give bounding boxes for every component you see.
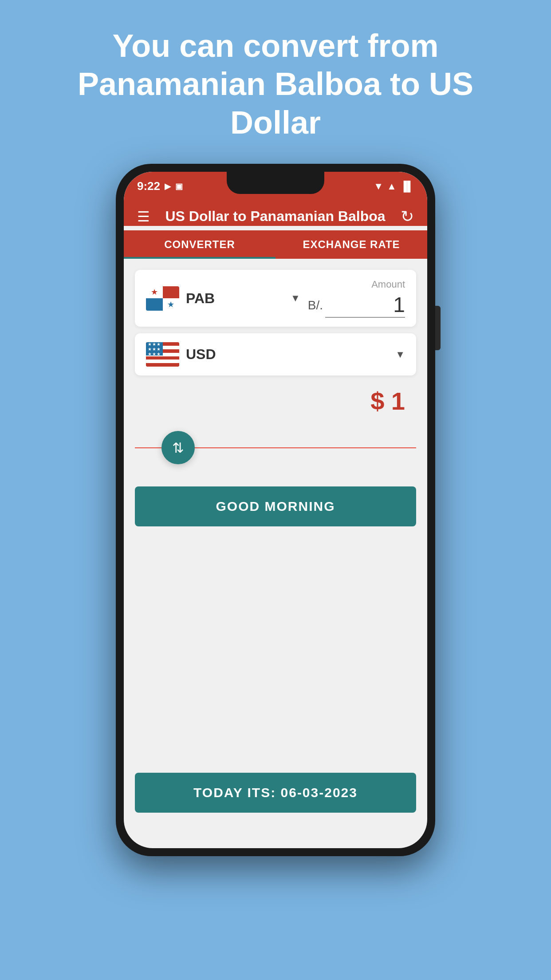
from-currency-dropdown[interactable]: ▼ [291,292,300,304]
date-button[interactable]: TODAY ITS: 06-03-2023 [135,773,416,813]
bottom-section: TODAY ITS: 06-03-2023 [124,764,427,848]
status-left: 9:22 ▶ ▣ [137,179,183,193]
tab-bar: CONVERTER EXCHANGE RATE [124,230,427,259]
panama-flag: ★ ★ [146,286,179,311]
result-value: $ 1 [370,387,405,415]
wifi-icon: ▼ [374,181,383,192]
swap-button[interactable]: ⇅ [161,431,195,464]
amount-input-row: B/. [308,292,405,318]
battery-icon: ▐▌ [400,181,414,192]
swap-arrows-icon: ⇅ [172,439,184,456]
divider-section: ⇅ [135,431,416,464]
menu-button[interactable]: ☰ [137,208,150,225]
usa-flag: ★★★★★★★★★ [146,342,179,367]
tab-exchange-rate[interactable]: EXCHANGE RATE [276,230,427,259]
result-row: $ 1 [135,382,416,422]
amount-section: Amount B/. [307,279,405,318]
hero-text: You can convert from Panamanian Balboa t… [0,0,551,159]
refresh-button[interactable]: ↻ [401,207,414,226]
phone-notch [227,172,324,194]
hero-section: You can convert from Panamanian Balboa t… [0,0,551,159]
from-currency-code: PAB [186,290,284,307]
to-currency-code: USD [186,346,389,363]
app-header: ☰ US Dollar to Panamanian Balboa ↻ [124,201,427,226]
amount-input[interactable] [325,292,405,318]
header-title: US Dollar to Panamanian Balboa [159,207,392,226]
phone-mockup: 9:22 ▶ ▣ ▼ ▲ ▐▌ ☰ US Dollar to Panamania… [116,164,435,856]
signal-icon: ▲ [387,181,397,192]
to-currency-row: ★★★★★★★★★ USD ▼ [135,333,416,375]
from-currency-row: ★ ★ PAB ▼ Amount B/. [135,270,416,327]
media-icon: ▶ [165,182,171,191]
tab-converter[interactable]: CONVERTER [124,230,276,259]
time-display: 9:22 [137,179,160,193]
to-currency-dropdown[interactable]: ▼ [395,349,405,360]
currency-prefix: B/. [308,298,323,312]
main-content: ★ ★ PAB ▼ Amount B/. [124,259,427,764]
status-right: ▼ ▲ ▐▌ [374,181,414,192]
amount-label: Amount [371,279,405,290]
greeting-button[interactable]: GOOD MORNING [135,486,416,526]
screen-content: 9:22 ▶ ▣ ▼ ▲ ▐▌ ☰ US Dollar to Panamania… [124,172,427,848]
phone-screen: 9:22 ▶ ▣ ▼ ▲ ▐▌ ☰ US Dollar to Panamania… [124,172,427,848]
card-icon: ▣ [175,182,183,191]
